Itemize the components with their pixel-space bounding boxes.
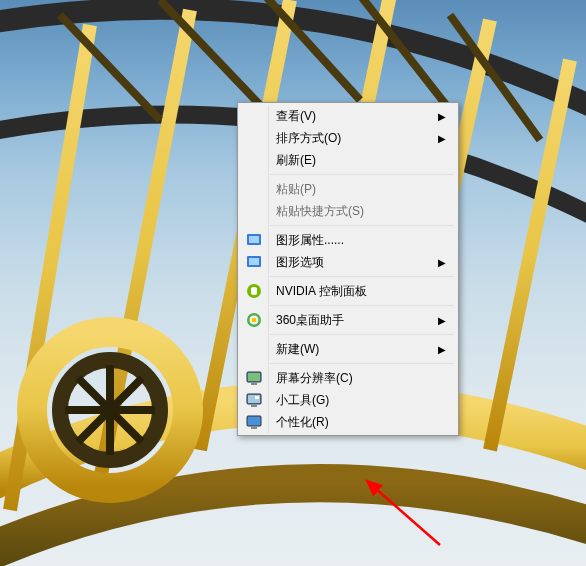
menu-item-360-desktop[interactable]: 360桌面助手 ▶ <box>240 309 456 331</box>
submenu-arrow-icon: ▶ <box>438 315 456 326</box>
svg-rect-20 <box>249 258 259 265</box>
icon-slot-empty <box>240 178 268 200</box>
icon-slot-empty <box>240 338 268 360</box>
menu-label: NVIDIA 控制面板 <box>268 283 438 300</box>
menu-item-gadgets[interactable]: 小工具(G) <box>240 389 456 411</box>
menu-separator <box>270 334 454 335</box>
menu-item-gfx-properties[interactable]: 图形属性...... <box>240 229 456 251</box>
menu-separator <box>270 305 454 306</box>
icon-slot-empty <box>240 105 268 127</box>
menu-label: 排序方式(O) <box>268 130 438 147</box>
svg-rect-33 <box>251 427 257 429</box>
menu-item-paste-shortcut: 粘贴快捷方式(S) <box>240 200 456 222</box>
svg-rect-18 <box>249 236 259 243</box>
svg-line-5 <box>490 60 570 450</box>
gadgets-icon <box>240 389 268 411</box>
menu-item-personalize[interactable]: 个性化(R) <box>240 411 456 433</box>
resolution-icon <box>240 367 268 389</box>
icon-slot-empty <box>240 149 268 171</box>
menu-separator <box>270 363 454 364</box>
menu-label: 图形属性...... <box>268 232 438 249</box>
menu-label: 屏幕分辨率(C) <box>268 370 438 387</box>
svg-rect-26 <box>251 383 257 385</box>
nvidia-icon <box>240 280 268 302</box>
menu-label: 粘贴(P) <box>268 181 438 198</box>
menu-separator <box>270 276 454 277</box>
submenu-arrow-icon: ▶ <box>438 344 456 355</box>
menu-label: 图形选项 <box>268 254 438 271</box>
menu-label: 新建(W) <box>268 341 438 358</box>
menu-label: 粘贴快捷方式(S) <box>268 203 438 220</box>
menu-label: 刷新(E) <box>268 152 438 169</box>
360-icon <box>240 309 268 331</box>
submenu-arrow-icon: ▶ <box>438 111 456 122</box>
svg-rect-31 <box>255 396 259 399</box>
menu-item-gfx-options[interactable]: 图形选项 ▶ <box>240 251 456 273</box>
icon-slot-empty <box>240 127 268 149</box>
menu-label: 个性化(R) <box>268 414 438 431</box>
icon-slot-empty <box>240 200 268 222</box>
menu-item-refresh[interactable]: 刷新(E) <box>240 149 456 171</box>
menu-item-resolution[interactable]: 屏幕分辨率(C) <box>240 367 456 389</box>
menu-item-view[interactable]: 查看(V) ▶ <box>240 105 456 127</box>
menu-separator <box>270 174 454 175</box>
menu-separator <box>270 225 454 226</box>
menu-item-paste: 粘贴(P) <box>240 178 456 200</box>
svg-rect-34 <box>248 417 260 425</box>
intel-gfx-icon <box>240 229 268 251</box>
menu-item-new[interactable]: 新建(W) ▶ <box>240 338 456 360</box>
menu-label: 360桌面助手 <box>268 312 438 329</box>
svg-point-24 <box>252 318 257 323</box>
svg-rect-27 <box>248 373 260 381</box>
menu-label: 查看(V) <box>268 108 438 125</box>
menu-item-nvidia[interactable]: NVIDIA 控制面板 <box>240 280 456 302</box>
menu-item-sort[interactable]: 排序方式(O) ▶ <box>240 127 456 149</box>
desktop-context-menu: 查看(V) ▶ 排序方式(O) ▶ 刷新(E) 粘贴(P) 粘贴快捷方式(S) … <box>237 102 459 436</box>
submenu-arrow-icon: ▶ <box>438 257 456 268</box>
submenu-arrow-icon: ▶ <box>438 133 456 144</box>
personalize-icon <box>240 411 268 433</box>
svg-rect-29 <box>251 405 257 407</box>
menu-label: 小工具(G) <box>268 392 438 409</box>
intel-gfx-icon <box>240 251 268 273</box>
